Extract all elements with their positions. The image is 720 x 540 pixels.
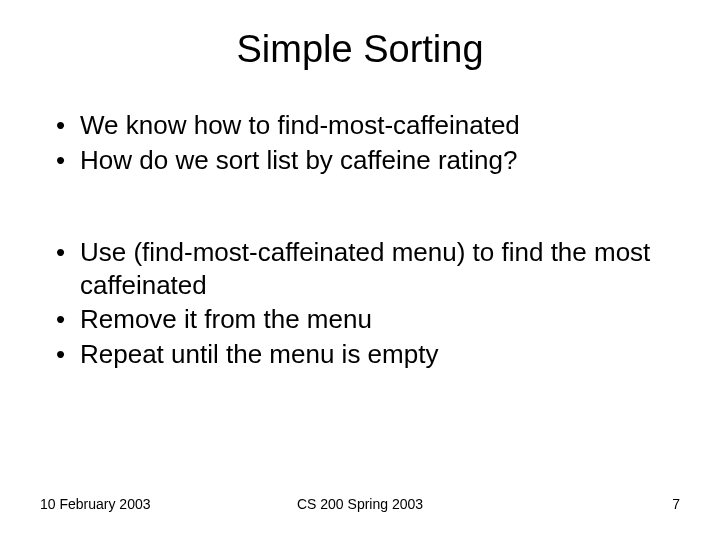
- footer-date: 10 February 2003: [40, 496, 151, 512]
- bullet-list-bottom: Use (find-most-caffeinated menu) to find…: [40, 236, 680, 370]
- list-item: Use (find-most-caffeinated menu) to find…: [56, 236, 680, 301]
- bullet-list-top: We know how to find-most-caffeinated How…: [40, 109, 680, 176]
- footer-page-number: 7: [672, 496, 680, 512]
- list-item: We know how to find-most-caffeinated: [56, 109, 680, 142]
- spacer: [40, 178, 680, 236]
- list-item: How do we sort list by caffeine rating?: [56, 144, 680, 177]
- slide: Simple Sorting We know how to find-most-…: [0, 0, 720, 540]
- list-item: Repeat until the menu is empty: [56, 338, 680, 371]
- list-item: Remove it from the menu: [56, 303, 680, 336]
- slide-title: Simple Sorting: [40, 28, 680, 71]
- footer-course: CS 200 Spring 2003: [297, 496, 423, 512]
- slide-footer: 10 February 2003 CS 200 Spring 2003 7: [0, 496, 720, 512]
- slide-content: We know how to find-most-caffeinated How…: [40, 109, 680, 540]
